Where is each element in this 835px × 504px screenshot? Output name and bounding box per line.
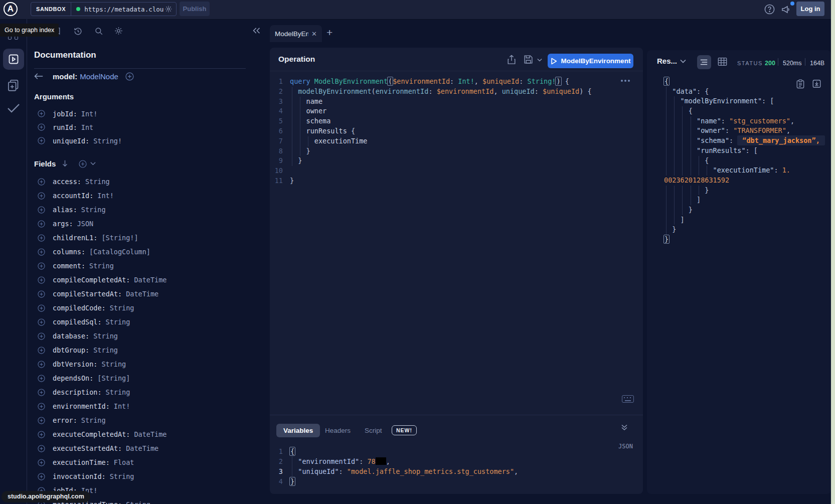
code-line[interactable]: ]: [664, 215, 825, 225]
explorer-nav-item[interactable]: [3, 49, 24, 70]
code-line[interactable]: }: [664, 235, 825, 245]
add-field-icon[interactable]: [38, 431, 45, 438]
code-line[interactable]: "runResults": [: [664, 146, 825, 156]
doc-field-row[interactable]: dbtGroup:String: [27, 343, 263, 357]
operation-editor[interactable]: 1query ModelByEnvironment($environmentId…: [270, 77, 592, 186]
field-type[interactable]: String: [110, 472, 134, 480]
sort-fields-icon[interactable]: [61, 159, 69, 167]
code-line[interactable]: {: [664, 156, 825, 166]
response-dropdown-chevron-icon[interactable]: [680, 59, 686, 63]
field-type[interactable]: Int: [81, 123, 93, 131]
code-line[interactable]: "owner": "TRANSFORMER",: [664, 126, 825, 136]
add-field-icon[interactable]: [38, 290, 45, 298]
field-type[interactable]: [String!]: [101, 234, 138, 242]
code-line[interactable]: }: [664, 186, 825, 196]
help-icon[interactable]: [764, 4, 775, 15]
add-field-icon[interactable]: [38, 262, 45, 270]
doc-field-row[interactable]: childrenL1:[String!]: [27, 231, 263, 245]
operation-menu-icon[interactable]: [621, 80, 630, 82]
code-line[interactable]: 4 owner: [270, 106, 592, 116]
add-field-icon[interactable]: [38, 220, 45, 228]
doc-field-row[interactable]: comment:String: [27, 259, 263, 273]
field-type[interactable]: DateTime: [134, 430, 166, 438]
code-line[interactable]: 7 executionTime: [270, 136, 592, 146]
add-field-icon[interactable]: [38, 473, 45, 480]
checklist-nav-item[interactable]: [6, 102, 21, 115]
doc-field-row[interactable]: executionTime:Float: [27, 455, 263, 469]
add-field-icon[interactable]: [38, 403, 45, 410]
add-field-icon[interactable]: [38, 178, 45, 186]
add-field-icon[interactable]: [38, 304, 45, 312]
docs-type-link[interactable]: ModelNode: [80, 72, 118, 81]
field-type[interactable]: DateTime: [126, 290, 158, 298]
code-line[interactable]: 8 }: [270, 146, 592, 156]
code-line[interactable]: "data": {: [664, 87, 825, 97]
code-line[interactable]: 0023620128631592: [664, 176, 825, 186]
close-tab-icon[interactable]: ✕: [311, 30, 317, 38]
code-line[interactable]: 10: [270, 166, 592, 176]
add-field-icon[interactable]: [38, 110, 45, 117]
code-line[interactable]: 6 runResults {: [270, 126, 592, 136]
add-field-icon[interactable]: [38, 318, 45, 326]
field-type[interactable]: String: [89, 262, 114, 270]
doc-field-row[interactable]: dependsOn:[String]: [27, 371, 263, 385]
code-line[interactable]: 11}: [270, 176, 592, 186]
connection-settings-gear-icon[interactable]: [164, 5, 173, 13]
doc-field-row[interactable]: uniqueId:String!: [27, 134, 263, 147]
doc-field-row[interactable]: compiledSql:String: [27, 315, 263, 329]
code-line[interactable]: }: [664, 225, 825, 235]
login-button[interactable]: Log in: [796, 2, 824, 16]
doc-field-row[interactable]: compiledCode:String: [27, 301, 263, 315]
add-field-icon[interactable]: [38, 361, 45, 368]
doc-field-row[interactable]: description:String: [27, 385, 263, 399]
tab-variables[interactable]: Variables: [276, 424, 320, 437]
response-viewer[interactable]: { "data": { "modelByEnvironment": [ { "n…: [664, 77, 825, 245]
operation-tab[interactable]: ModelByEnvi... ✕: [270, 25, 322, 42]
code-line[interactable]: 3 name: [270, 97, 592, 107]
add-field-icon[interactable]: [38, 248, 45, 256]
field-type[interactable]: JSON: [77, 220, 94, 228]
doc-field-row[interactable]: compileStartedAt:DateTime: [27, 287, 263, 301]
tab-headers[interactable]: Headers: [325, 424, 351, 437]
endpoint-url-input[interactable]: https://metadata.cloud.get: [84, 6, 163, 13]
field-type[interactable]: String: [81, 206, 106, 214]
code-line[interactable]: "executionTime": 1.: [664, 165, 825, 176]
code-line[interactable]: 1{: [270, 446, 518, 456]
code-line[interactable]: 3 "uniqueId": "model.jaffle_shop_metrics…: [270, 466, 518, 476]
graph-index-icon[interactable]: [7, 36, 19, 40]
apollo-logo-icon[interactable]: A: [4, 2, 18, 16]
code-line[interactable]: {: [664, 106, 825, 116]
new-tab-icon[interactable]: +: [326, 27, 332, 39]
field-type[interactable]: [String]: [97, 374, 130, 382]
doc-field-row[interactable]: columns:[CatalogColumn]: [27, 245, 263, 259]
code-line[interactable]: "schema": “dbt_mary_jackson”,: [664, 136, 825, 146]
add-type-icon[interactable]: [125, 72, 134, 81]
field-type[interactable]: String: [85, 178, 110, 186]
code-line[interactable]: 5 schema: [270, 116, 592, 126]
code-line[interactable]: }: [664, 205, 825, 215]
add-field-icon[interactable]: [38, 206, 45, 214]
share-operation-icon[interactable]: [507, 55, 516, 65]
field-type[interactable]: String: [93, 332, 118, 340]
save-dropdown-chevron-icon[interactable]: [537, 58, 542, 62]
add-field-icon[interactable]: [38, 417, 45, 424]
field-type[interactable]: Int!: [81, 110, 98, 118]
field-type[interactable]: DateTime: [126, 444, 158, 452]
field-type[interactable]: String: [93, 346, 118, 354]
collections-nav-item[interactable]: [7, 78, 20, 92]
publish-button[interactable]: Publish: [180, 2, 210, 16]
doc-field-row[interactable]: runId:Int: [27, 120, 263, 134]
response-table-view-icon[interactable]: [718, 57, 727, 66]
field-type[interactable]: String: [110, 304, 134, 312]
code-line[interactable]: "modelByEnvironment": [: [664, 96, 825, 106]
run-operation-button[interactable]: ModelByEnvironment: [548, 54, 633, 68]
field-type[interactable]: DateTime: [134, 276, 166, 284]
add-all-fields-icon[interactable]: [79, 160, 87, 168]
tab-script[interactable]: Script: [365, 424, 382, 437]
code-line[interactable]: "name": "stg_customers",: [664, 116, 825, 126]
field-type[interactable]: String: [126, 500, 150, 504]
variables-editor[interactable]: 1{2 "environmentId": 78,3 "uniqueId": "m…: [270, 446, 518, 486]
field-type[interactable]: String!: [93, 137, 122, 145]
page-scrollbar[interactable]: [831, 0, 835, 504]
response-tree-view-button[interactable]: [697, 55, 711, 69]
